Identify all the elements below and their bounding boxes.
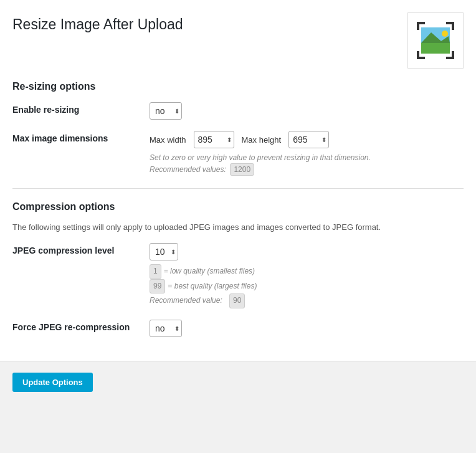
jpeg-level-row: JPEG compression level 10 20 30 40 50 60… [12, 243, 464, 308]
enable-resizing-select-container[interactable]: no yes [150, 102, 182, 120]
max-width-input[interactable] [194, 131, 234, 148]
compression-recommended-badge: 90 [229, 293, 245, 308]
title-row: Resize Image After Upload [12, 12, 464, 69]
max-dimensions-label: Max image dimensions [12, 131, 150, 143]
enable-resizing-row: Enable re-sizing no yes [12, 102, 464, 120]
enable-resizing-select[interactable]: no yes [150, 102, 182, 120]
main-content: Resize Image After Upload [0, 0, 476, 361]
compression-recommended-label: Recommended value: [150, 294, 222, 308]
resizing-heading: Re-sizing options [12, 81, 464, 92]
max-dimensions-row: Max image dimensions Max width Max heigh… [12, 131, 464, 176]
force-jpeg-select-container[interactable]: no yes [150, 320, 182, 337]
max-height-label: Max height [242, 135, 282, 145]
max-width-label: Max width [150, 135, 186, 145]
sun [442, 31, 448, 37]
quality-low-text: = low quality (smallest files) [164, 265, 255, 279]
recommended-prefix: Recommended values: [150, 165, 226, 174]
max-width-container[interactable] [194, 131, 234, 148]
dimensions-hint: Set to zero or very high value to preven… [150, 152, 464, 176]
page-title: Resize Image After Upload [12, 16, 183, 33]
plugin-icon-svg [414, 19, 457, 62]
footer-area: Update Options [0, 361, 476, 403]
quality-high-badge: 99 [150, 279, 165, 294]
max-height-input[interactable] [288, 131, 329, 148]
quality-high-text: = best quality (largest files) [168, 280, 257, 293]
jpeg-level-select-container[interactable]: 10 20 30 40 50 60 70 80 90 99 [150, 243, 178, 260]
quality-hints: 1 = low quality (smallest files) 99 = be… [150, 264, 464, 308]
jpeg-level-select[interactable]: 10 20 30 40 50 60 70 80 90 99 [150, 243, 178, 260]
section-divider [12, 188, 464, 189]
max-dimensions-control: Max width Max height Set to zero or very… [150, 131, 464, 176]
plugin-icon [407, 12, 464, 69]
enable-resizing-control: no yes [150, 102, 464, 120]
page-wrapper: Resize Image After Upload [0, 0, 476, 453]
recommended-value-badge: 1200 [230, 163, 254, 176]
update-options-button[interactable]: Update Options [12, 373, 93, 392]
max-height-container[interactable] [288, 131, 329, 148]
jpeg-level-label: JPEG compression level [12, 243, 150, 255]
ground [421, 43, 450, 54]
enable-resizing-label: Enable re-sizing [12, 102, 150, 115]
force-jpeg-select[interactable]: no yes [150, 320, 182, 337]
recommended-row: Recommended value: 90 [150, 293, 464, 308]
dimensions-hint-text: Set to zero or very high value to preven… [150, 153, 371, 162]
dimensions-inputs-row: Max width Max height [150, 131, 464, 148]
force-jpeg-control: no yes [150, 320, 464, 337]
force-jpeg-label: Force JPEG re-compression [12, 320, 150, 332]
compression-description: The following settings will only apply t… [12, 222, 464, 232]
jpeg-level-control: 10 20 30 40 50 60 70 80 90 99 1 [150, 243, 464, 308]
compression-heading: Compression options [12, 201, 464, 212]
quality-high-row: 99 = best quality (largest files) [150, 279, 464, 294]
quality-low-row: 1 = low quality (smallest files) [150, 264, 464, 279]
quality-low-badge: 1 [150, 264, 161, 279]
force-jpeg-row: Force JPEG re-compression no yes [12, 320, 464, 337]
